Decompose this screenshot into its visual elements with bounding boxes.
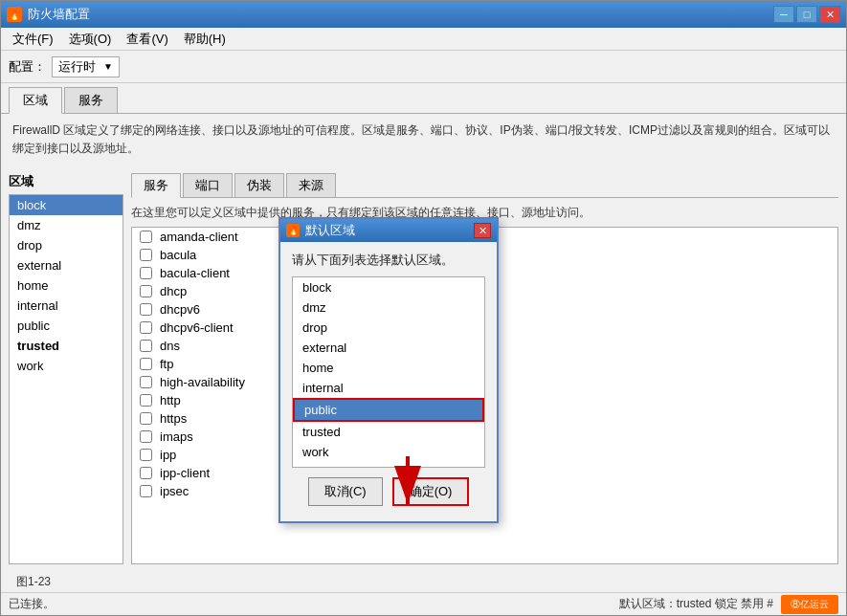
menu-file[interactable]: 文件(F)	[5, 29, 61, 50]
figure-label: 图1-23	[9, 573, 58, 590]
modal-cancel-button[interactable]: 取消(C)	[308, 477, 383, 506]
minimize-button[interactable]: ─	[773, 6, 794, 23]
service-label: ipsec	[160, 484, 189, 498]
zone-panel: 区域 block dmz drop external home internal…	[9, 173, 123, 564]
service-checkbox-ipsec[interactable]	[140, 485, 152, 497]
service-checkbox-bacula-client[interactable]	[140, 267, 152, 279]
zone-description-text: FirewallD 区域定义了绑定的网络连接、接口以及源地址的可信程度。区域是服…	[1, 114, 846, 165]
service-checkbox-imaps[interactable]	[140, 430, 152, 443]
title-bar: 🔥 防火墙配置 ─ □ ✕	[1, 1, 846, 28]
service-label: high-availability	[160, 375, 245, 389]
service-checkbox-dhcpv6[interactable]	[140, 303, 152, 316]
service-checkbox-dns[interactable]	[140, 340, 152, 352]
service-label: dhcp	[160, 284, 187, 298]
zone-item-external[interactable]: external	[10, 255, 123, 275]
tab-zones[interactable]: 区域	[9, 87, 62, 114]
zone-item-public[interactable]: public	[10, 316, 123, 336]
status-right-text: 默认区域：trusted 锁定 禁用 #	[619, 596, 773, 612]
modal-item-trusted[interactable]: trusted	[293, 422, 484, 442]
default-zone-modal: 🔥 默认区域 ✕ 请从下面列表选择默认区域。 block dmz drop ex…	[279, 217, 499, 523]
menu-options[interactable]: 选项(O)	[61, 29, 120, 50]
sub-tab-services[interactable]: 服务	[131, 173, 181, 198]
maximize-button[interactable]: □	[796, 6, 817, 23]
zone-item-work[interactable]: work	[10, 356, 123, 376]
service-label: dhcpv6	[160, 302, 200, 317]
config-dropdown-value: 运行时	[58, 58, 96, 76]
service-label: amanda-client	[160, 230, 238, 244]
modal-item-drop[interactable]: drop	[293, 318, 484, 338]
modal-icon: 🔥	[286, 224, 300, 237]
modal-item-internal[interactable]: internal	[293, 378, 484, 398]
brand-logo-text: ⑧亿运云	[791, 598, 829, 611]
service-checkbox-high-availability[interactable]	[140, 376, 152, 388]
service-checkbox-bacula[interactable]	[140, 249, 152, 261]
zone-panel-label: 区域	[9, 173, 123, 190]
service-label: ipp-client	[160, 466, 210, 480]
zone-item-dmz[interactable]: dmz	[10, 215, 123, 235]
service-checkbox-https[interactable]	[140, 412, 152, 425]
zone-item-block[interactable]: block	[10, 195, 123, 215]
zone-item-trusted[interactable]: trusted	[10, 336, 123, 356]
modal-prompt: 请从下面列表选择默认区域。	[292, 252, 485, 269]
zone-item-drop[interactable]: drop	[10, 235, 123, 255]
modal-title-bar: 🔥 默认区域 ✕	[280, 219, 497, 242]
service-label: dns	[160, 339, 180, 353]
service-checkbox-ftp[interactable]	[140, 358, 152, 370]
modal-body: 请从下面列表选择默认区域。 block dmz drop external ho…	[280, 242, 497, 521]
app-icon: 🔥	[7, 7, 22, 22]
modal-item-block[interactable]: block	[293, 277, 484, 297]
status-right: 默认区域：trusted 锁定 禁用 # ⑧亿运云	[619, 595, 838, 614]
tab-services[interactable]: 服务	[64, 87, 118, 113]
modal-close-button[interactable]: ✕	[474, 223, 491, 238]
sub-tab-ports[interactable]: 端口	[183, 173, 233, 197]
dropdown-arrow-icon: ▼	[103, 61, 113, 72]
zone-item-internal[interactable]: internal	[10, 296, 123, 316]
modal-title: 默认区域	[305, 222, 474, 239]
config-dropdown[interactable]: 运行时 ▼	[52, 56, 120, 77]
status-bar: 已连接。 默认区域：trusted 锁定 禁用 # ⑧亿运云	[1, 592, 846, 615]
window-controls: ─ □ ✕	[773, 6, 840, 23]
service-label: bacula-client	[160, 266, 230, 280]
service-checkbox-amanda-client[interactable]	[140, 231, 152, 243]
zone-list: block dmz drop external home internal pu…	[9, 194, 123, 564]
service-label: ipp	[160, 448, 176, 462]
toolbar: 配置： 运行时 ▼	[1, 51, 846, 83]
menu-bar: 文件(F) 选项(O) 查看(V) 帮助(H)	[1, 28, 846, 51]
modal-buttons: 取消(C) 确定(O)	[292, 468, 485, 512]
service-checkbox-dhcp[interactable]	[140, 285, 152, 297]
service-label: https	[160, 411, 187, 426]
sub-tabs: 服务 端口 伪装 来源	[131, 173, 838, 198]
modal-ok-button[interactable]: 确定(O)	[392, 477, 470, 506]
content-wrapper: 区域 服务 FirewallD 区域定义了绑定的网络连接、接口以及源地址的可信程…	[1, 83, 846, 615]
sub-tab-source[interactable]: 来源	[286, 173, 336, 197]
toolbar-label: 配置：	[9, 58, 46, 76]
main-tabs: 区域 服务	[1, 83, 846, 114]
brand-logo: ⑧亿运云	[781, 595, 838, 614]
zone-item-home[interactable]: home	[10, 275, 123, 296]
modal-item-work[interactable]: work	[293, 442, 484, 462]
modal-item-dmz[interactable]: dmz	[293, 297, 484, 318]
modal-item-home[interactable]: home	[293, 358, 484, 378]
service-checkbox-ipp[interactable]	[140, 449, 152, 461]
service-label: http	[160, 393, 181, 407]
window-title: 防火墙配置	[28, 6, 773, 23]
menu-help[interactable]: 帮助(H)	[176, 29, 234, 50]
service-label: ftp	[160, 357, 173, 371]
menu-view[interactable]: 查看(V)	[119, 29, 175, 50]
service-label: dhcpv6-client	[160, 320, 234, 335]
service-label: imaps	[160, 429, 193, 444]
sub-tab-masquerade[interactable]: 伪装	[234, 173, 284, 197]
figure-label-area: 图1-23	[1, 572, 846, 592]
close-button[interactable]: ✕	[819, 6, 840, 23]
service-label: bacula	[160, 248, 196, 262]
modal-item-public[interactable]: public	[293, 398, 484, 422]
service-checkbox-dhcpv6-client[interactable]	[140, 321, 152, 334]
modal-item-external[interactable]: external	[293, 338, 484, 358]
service-checkbox-ipp-client[interactable]	[140, 467, 152, 479]
status-left: 已连接。	[9, 596, 55, 612]
service-checkbox-http[interactable]	[140, 394, 152, 407]
modal-zone-list: block dmz drop external home internal pu…	[292, 276, 485, 468]
main-window: 🔥 防火墙配置 ─ □ ✕ 文件(F) 选项(O) 查看(V) 帮助(H) 配置…	[0, 0, 847, 616]
